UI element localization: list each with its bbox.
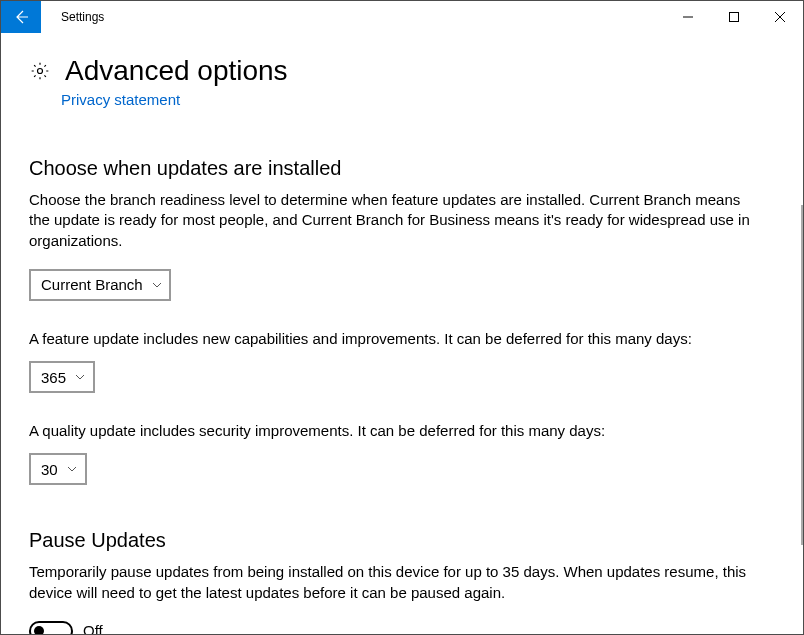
branch-dropdown[interactable]: Current Branch [29,269,171,301]
content-area: Advanced options Privacy statement Choos… [1,33,803,634]
pause-description: Temporarily pause updates from being ins… [29,562,764,603]
window-title: Settings [41,1,104,33]
arrow-left-icon [13,9,29,25]
page-title: Advanced options [65,55,288,87]
section-heading-pause: Pause Updates [29,529,775,552]
chevron-down-icon [66,463,78,475]
window-controls [665,1,803,33]
toggle-knob [34,626,44,634]
scrollbar[interactable] [801,205,803,545]
chevron-down-icon [74,371,86,383]
branch-description: Choose the branch readiness level to det… [29,190,764,251]
settings-window: Settings Advanced o [0,0,804,635]
branch-dropdown-value: Current Branch [41,276,143,293]
close-button[interactable] [757,1,803,33]
maximize-icon [729,12,739,22]
feature-defer-value: 365 [41,369,66,386]
minimize-icon [683,12,693,22]
section-heading-install: Choose when updates are installed [29,157,775,180]
gear-icon [29,60,51,82]
quality-update-label: A quality update includes security impro… [29,421,764,441]
feature-update-label: A feature update includes new capabiliti… [29,329,764,349]
quality-defer-dropdown[interactable]: 30 [29,453,87,485]
chevron-down-icon [151,279,163,291]
titlebar: Settings [1,1,803,33]
close-icon [775,12,785,22]
svg-point-4 [38,69,43,74]
feature-defer-dropdown[interactable]: 365 [29,361,95,393]
privacy-statement-link[interactable]: Privacy statement [61,91,180,108]
pause-toggle-label: Off [83,622,103,634]
pause-toggle[interactable] [29,621,73,634]
svg-rect-1 [730,13,739,22]
maximize-button[interactable] [711,1,757,33]
minimize-button[interactable] [665,1,711,33]
back-button[interactable] [1,1,41,33]
quality-defer-value: 30 [41,461,58,478]
page-header: Advanced options [29,55,775,87]
pause-toggle-row: Off [29,621,775,634]
